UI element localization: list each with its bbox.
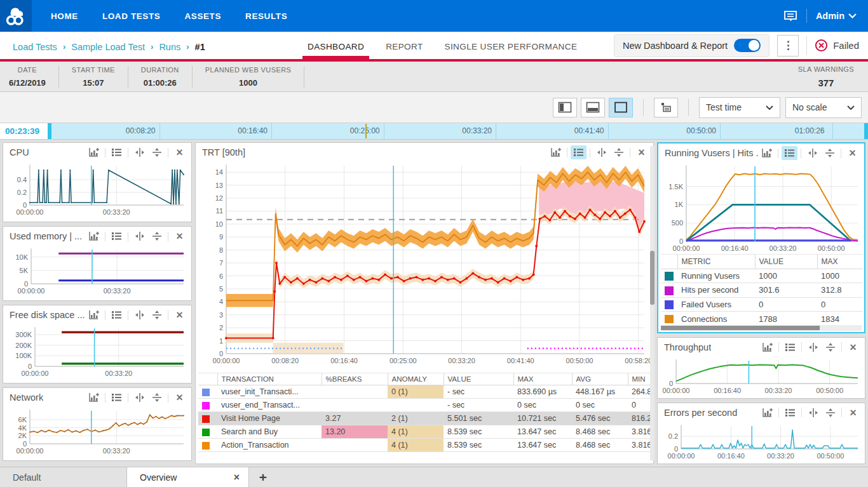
split-horizontal-icon-button[interactable] [805,340,821,354]
add-chart-icon-button[interactable] [86,308,102,322]
close-panel-icon-button[interactable]: × [172,229,187,243]
split-vertical-icon-button[interactable] [149,145,165,159]
legend-icon-button[interactable] [109,390,125,404]
scale-select[interactable]: No scale [785,97,862,118]
legend-icon-button[interactable] [782,406,798,420]
close-panel-icon-button[interactable]: × [844,146,860,160]
transaction-table-header[interactable]: TRANSACTION%BREAKSANOMALYVALUEMAXAVGMIN [198,373,651,385]
add-chart-icon-button[interactable] [759,340,775,354]
nav-item-home[interactable]: HOME [51,11,78,21]
network-chart[interactable]: 02K4K6K00:00:0000:33:20 [6,407,189,458]
legend-icon-button[interactable] [782,340,798,354]
metric-table-hscrollbar[interactable] [661,325,862,331]
free-disk-chart[interactable]: 0100K200K300K00:00:0000:33:20 [6,324,189,380]
add-chart-icon-button[interactable] [759,146,775,160]
timeline-right-handle[interactable] [864,123,868,139]
timeline-current-marker[interactable] [365,124,367,138]
add-chart-icon-button[interactable] [86,229,102,243]
close-panel-icon-button[interactable]: × [634,145,649,159]
legend-icon-button[interactable] [109,229,125,243]
legend-icon-button[interactable] [571,145,587,159]
close-panel-icon-button[interactable]: × [172,390,187,404]
dashboard-tab-default[interactable]: Default [0,467,127,487]
center-column-scrollbar[interactable] [650,146,654,460]
time-mode-select[interactable]: Test time [699,97,780,118]
layout-bottom-panel-button[interactable] [581,98,605,117]
metric-row[interactable]: Hits per second301.6312.8219 [661,283,863,298]
tab-single-user-performance[interactable]: SINGLE USER PERFORMANCE [445,32,578,62]
icon-divider [128,148,128,157]
close-panel-icon-button[interactable]: × [172,308,187,322]
app-logo[interactable] [0,0,32,32]
tree-view-button[interactable] [654,98,678,117]
nav-item-assets[interactable]: ASSETS [184,11,221,21]
breadcrumb-runs[interactable]: Runs [159,42,180,52]
close-panel-icon-button[interactable]: × [845,406,861,420]
trt-chart[interactable]: 0123456789101112131400:00:0000:08:2000:1… [198,162,651,370]
layout-left-panel-button[interactable] [553,98,577,117]
add-dashboard-tab-button[interactable]: + [249,467,277,487]
split-vertical-icon-button[interactable] [149,390,165,404]
split-horizontal-icon-button[interactable] [132,390,147,404]
transaction-row[interactable]: vuser_init_Transacti... 0 (1) - sec833.6… [198,385,651,399]
legend-icon-button[interactable] [109,308,125,322]
add-chart-icon-button[interactable] [86,145,102,159]
panel-title: TRT [90th] [202,147,245,157]
add-chart-icon-button[interactable] [86,390,102,404]
errors-chart[interactable]: 00.200:00:0000:16:4000:33:2000:50:00 [660,422,863,463]
transaction-row[interactable]: Search and Buy 13.20 4 (1) 8.539 sec13.6… [198,425,651,439]
split-vertical-icon-button[interactable] [611,145,627,159]
legend-icon-button[interactable] [109,145,125,159]
split-vertical-icon-button[interactable] [822,340,838,354]
user-menu[interactable]: Admin [816,11,857,21]
icon-divider [105,232,105,241]
throughput-chart[interactable]: 000:00:0000:16:4000:33:2000:50:00 [660,357,863,397]
scrollbar-thumb[interactable] [650,251,654,305]
tab-dashboard[interactable]: DASHBOARD [308,32,364,62]
used-memory-chart[interactable]: 05K10K00:00:0000:33:20 [6,246,189,298]
split-vertical-icon-button[interactable] [822,146,837,160]
metric-row[interactable]: Failed Vusers000 [661,297,863,312]
new-dashboard-toggle[interactable] [734,39,761,52]
dashboard-toolbar: Test time No scale [0,92,868,123]
close-panel-icon-button[interactable]: × [845,340,861,354]
split-horizontal-icon-button[interactable] [132,145,147,159]
split-horizontal-icon-button[interactable] [804,146,820,160]
split-vertical-icon-button[interactable] [822,406,838,420]
transaction-row[interactable]: Visit Home Page 3.27 2 (1) 5.501 sec10.7… [198,412,651,425]
scrollbar-thumb[interactable] [661,326,820,330]
split-horizontal-icon-button[interactable] [132,308,147,322]
close-tab-icon[interactable]: × [234,472,240,483]
split-horizontal-icon-button[interactable] [593,145,609,159]
nav-item-load-tests[interactable]: LOAD TESTS [102,11,161,21]
legend-icon-button[interactable] [782,146,797,160]
breadcrumb-load-tests[interactable]: Load Tests [13,42,57,52]
layout-full-view-button[interactable] [609,98,633,117]
breadcrumb-sample-load-test[interactable]: Sample Load Test [71,42,145,52]
dashboard-tab-overview[interactable]: Overview × [127,467,249,487]
add-chart-icon-button[interactable] [759,406,775,420]
metric-row[interactable]: Running Vusers10001000741 [661,269,863,283]
add-chart-icon-button[interactable] [548,145,564,159]
metric-table-header[interactable]: METRICVALUEMAXAVG [661,254,863,269]
more-options-button[interactable]: ⋮ [777,35,799,57]
split-horizontal-icon-button[interactable] [805,406,821,420]
transaction-row[interactable]: vuser_end_Transact... - sec0 sec0 sec0 [198,399,651,412]
series-swatch [202,442,210,450]
metric-row[interactable]: Connections17881834134 [661,312,863,323]
tab-report[interactable]: REPORT [386,32,423,62]
nav-item-results[interactable]: RESULTS [245,11,287,21]
split-vertical-icon-button[interactable] [149,308,165,322]
split-horizontal-icon-button[interactable] [132,229,147,243]
timeline-strip[interactable]: 00:08:20 00:16:40 00:25:00 00:33:20 00:4… [48,123,868,139]
feedback-icon-button[interactable] [783,10,797,22]
center-chart-column: TRT [90th] × 0123456789101112131400:00:0… [195,142,654,464]
legend-icon [785,343,796,352]
transaction-row[interactable]: Action_Transaction 4 (1) 8.539 sec13.647… [198,439,651,452]
svg-text:00:16:40: 00:16:40 [717,452,745,460]
close-panel-icon-button[interactable]: × [172,145,187,159]
timeline-left-handle[interactable] [48,123,51,139]
split-vertical-icon-button[interactable] [149,229,165,243]
cpu-chart[interactable]: 00.20.400:00:0000:33:20 [6,162,189,219]
running-vusers-chart[interactable]: 05001K1.5K00:00:0000:16:4000:33:2000:50:… [660,163,863,253]
